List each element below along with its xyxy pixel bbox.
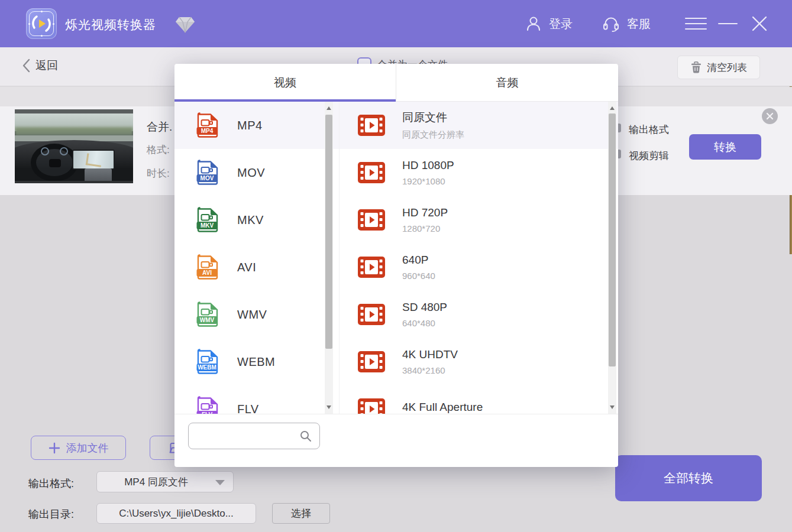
video-clip-icon [618,150,621,158]
resolution-title: 640P [402,254,435,267]
format-picker-popup: 视频 音频 MP4 MP4 MOV MOV MKV MKV AVI AVI [174,64,618,467]
format-item-avi[interactable]: AVI AVI [174,244,339,291]
resolution-subtitle: 1280*720 [402,223,448,233]
format-label: FLV [237,403,259,414]
convert-all-button[interactable]: 全部转换 [615,455,762,501]
resolution-title: 4K UHDTV [402,348,458,361]
vip-gem-icon[interactable] [175,16,195,34]
user-icon [525,15,542,32]
file-duration-label: 时长: [147,167,170,180]
output-format-value: MP4 同原文件 [124,475,188,489]
format-item-wmv[interactable]: WMV WMV [174,291,339,338]
svg-text:WMV: WMV [200,317,215,323]
plus-icon [49,442,60,454]
scrollbar-thumb[interactable] [609,113,616,366]
svg-text:AVI: AVI [202,270,212,276]
file-type-icon: WMV [192,300,222,329]
format-item-mov[interactable]: MOV MOV [174,149,339,196]
format-label: WEBM [237,355,275,369]
choose-dir-button[interactable]: 选择 [272,503,330,524]
resolution-subtitle: 640*480 [402,318,447,328]
support-button[interactable]: 客服 [602,0,651,47]
svg-text:MP4: MP4 [201,128,214,134]
video-file-icon [357,351,386,373]
resolution-item-1[interactable]: HD 1080P 1920*1080 [340,149,618,196]
scroll-down-icon[interactable] [610,406,615,409]
resolution-subtitle: 同原文件分辨率 [402,129,464,141]
format-list-scrollbar[interactable] [325,102,333,414]
resolution-title: SD 480P [402,301,447,314]
convert-button[interactable]: 转换 [689,134,761,160]
file-name: 合并. [147,119,172,135]
resolution-list-scrollbar[interactable] [608,102,616,414]
trash-icon [690,61,702,74]
resolution-item-5[interactable]: 4K UHDTV 3840*2160 [340,338,618,385]
add-file-label: 添加文件 [66,441,109,455]
login-label: 登录 [549,16,573,32]
output-format-label: 输出格式: [28,476,74,491]
tab-video[interactable]: 视频 [174,64,396,101]
format-list: MP4 MP4 MOV MOV MKV MKV AVI AVI WMV WMV … [174,102,339,414]
video-thumbnail[interactable] [15,109,133,183]
chevron-left-icon [21,58,31,73]
scroll-down-icon[interactable] [327,406,331,409]
file-type-icon: FLV [192,395,222,414]
headset-icon [602,15,620,32]
video-clip-link[interactable]: 视频剪辑 [629,149,669,163]
add-file-button[interactable]: 添加文件 [31,436,126,460]
svg-text:MKV: MKV [201,222,214,229]
close-icon [766,112,774,120]
file-type-icon: MOV [192,158,222,187]
output-format-link[interactable]: 输出格式 [629,123,669,137]
format-label: MOV [237,166,265,180]
format-item-webm[interactable]: WEBM WEBM [174,338,339,385]
tab-audio[interactable]: 音频 [396,64,618,101]
resolution-item-6[interactable]: 4K Full Aperture [340,385,618,414]
close-icon [751,15,768,32]
output-format-select[interactable]: MP4 同原文件 [96,471,234,492]
resolution-item-2[interactable]: HD 720P 1280*720 [340,196,618,244]
title-bar: 烁光视频转换器 登录 客服 [0,0,792,47]
close-window-button[interactable] [751,0,768,47]
search-icon [299,429,313,443]
scroll-up-icon[interactable] [327,106,331,110]
format-label: WMV [237,308,267,322]
format-item-mp4[interactable]: MP4 MP4 [174,102,339,149]
output-dir-box[interactable]: C:\Users\yx_lijie\Deskto... [96,503,256,524]
resolution-list: 同原文件 同原文件分辨率 HD 1080P 1920*1080 HD 720P … [339,102,618,414]
resolution-title: HD 1080P [402,159,454,172]
resolution-title: 同原文件 [402,110,464,125]
file-type-icon: WEBM [192,348,222,376]
resolution-item-4[interactable]: SD 480P 640*480 [340,291,618,338]
resolution-item-3[interactable]: 640P 960*640 [340,244,618,291]
format-item-flv[interactable]: FLV FLV [174,385,339,414]
app-logo-icon [26,8,57,39]
back-button[interactable]: 返回 [21,58,58,73]
file-type-icon: MP4 [192,111,222,140]
format-label: MP4 [237,119,263,132]
format-tabs: 视频 音频 [174,64,618,102]
svg-text:WEBM: WEBM [198,364,216,371]
format-item-mkv[interactable]: MKV MKV [174,196,339,244]
popup-footer [174,414,618,467]
menu-button[interactable] [685,0,707,47]
minimize-icon [718,23,738,25]
file-type-icon: AVI [192,253,222,281]
clear-list-button[interactable]: 清空列表 [677,56,760,79]
remove-file-button[interactable] [762,108,778,124]
login-button[interactable]: 登录 [525,0,573,47]
app-title: 烁光视频转换器 [65,17,156,33]
resolution-title: HD 720P [402,206,448,219]
scroll-up-icon[interactable] [610,106,615,110]
back-label: 返回 [35,58,58,73]
resolution-subtitle: 1920*1080 [402,176,454,186]
output-dir-value: C:\Users\yx_lijie\Deskto... [119,508,234,520]
output-format-icon [618,124,621,132]
format-label: MKV [237,213,264,227]
resolution-item-0[interactable]: 同原文件 同原文件分辨率 [340,102,618,149]
scrollbar-thumb[interactable] [325,115,332,349]
hamburger-icon [685,14,707,34]
support-label: 客服 [627,16,651,32]
minimize-button[interactable] [718,0,738,47]
format-label: AVI [237,261,256,274]
